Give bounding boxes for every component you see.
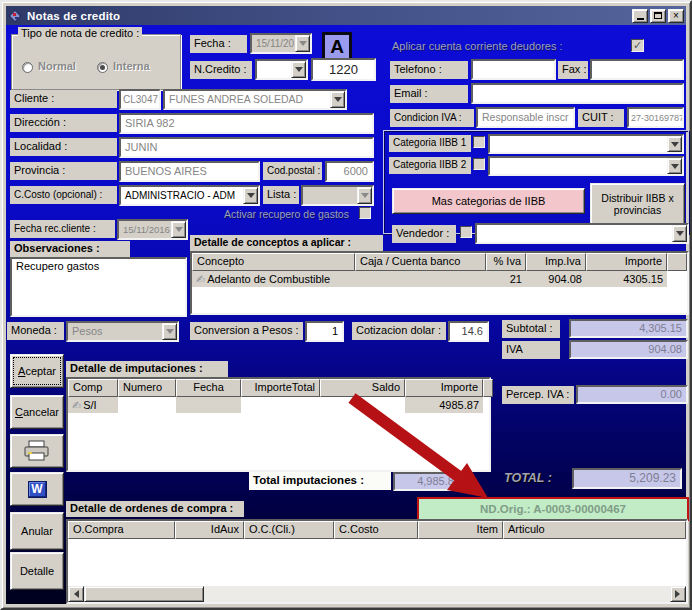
chevron-down-icon xyxy=(671,164,679,173)
column-header[interactable]: Importe xyxy=(586,253,667,271)
table-row[interactable]: ✍Adelanto de Combustible 21 904.08 4305.… xyxy=(192,271,687,287)
percep-iva-label: Percep. IVA : xyxy=(502,386,574,404)
ncredito-label: N.Credito : xyxy=(190,61,252,79)
vendedor-combobox[interactable] xyxy=(475,223,689,244)
detalle-button[interactable]: Detalle xyxy=(10,552,64,590)
provincia-field[interactable]: BUENOS AIRES xyxy=(119,161,260,182)
column-header[interactable]: Importe xyxy=(405,379,483,397)
aceptar-button[interactable]: Aceptar xyxy=(10,354,64,388)
iibb2-dropdown-button[interactable] xyxy=(667,158,682,174)
mas-categorias-button[interactable]: Mas categorias de IIBB xyxy=(392,188,585,214)
categoria-iibb2-combobox[interactable] xyxy=(488,156,684,176)
cod-postal-label: Cod.postal : xyxy=(263,162,322,180)
comp-cell: ✍S/I xyxy=(68,397,118,413)
cotizacion-field[interactable]: 14.6 xyxy=(448,321,489,342)
email-field[interactable] xyxy=(471,83,684,104)
distribuir-iibb-button[interactable]: Distribuir IIBB x provincias xyxy=(590,183,685,225)
conversion-field[interactable]: 1 xyxy=(305,321,344,342)
importe-cell: 4305.15 xyxy=(586,271,667,287)
moneda-label: Moneda : xyxy=(7,322,64,340)
fecha-rec-combobox[interactable]: 15/11/2016 xyxy=(117,219,188,240)
radio-interna[interactable] xyxy=(97,62,108,73)
iva-value: 904.08 xyxy=(569,340,688,359)
cod-postal-field[interactable]: 6000 xyxy=(325,161,374,182)
cliente-name-combobox[interactable]: FUNES ANDREA SOLEDAD xyxy=(163,89,347,110)
window-title: Notas de credito xyxy=(27,10,630,22)
observaciones-textarea[interactable]: Recupero gastos xyxy=(10,257,187,317)
vendedor-dropdown-button[interactable] xyxy=(672,225,687,242)
column-header[interactable]: Imp.Iva xyxy=(526,253,586,271)
column-header[interactable]: IdAux xyxy=(175,521,244,539)
condicion-iva-field[interactable]: Responsable inscr xyxy=(476,107,575,128)
cancelar-button[interactable]: Cancelar xyxy=(10,395,64,429)
column-header[interactable]: Caja / Cuenta banco xyxy=(355,253,486,271)
anular-button[interactable]: Anular xyxy=(10,512,64,550)
fecha-rec-dropdown-button[interactable] xyxy=(171,221,186,238)
chevron-down-icon xyxy=(299,41,307,50)
vendedor-checkbox[interactable] xyxy=(460,226,472,238)
column-header[interactable]: C.Costo xyxy=(334,521,418,539)
direccion-field[interactable]: SIRIA 982 xyxy=(119,113,374,134)
column-header[interactable]: Comp xyxy=(68,379,118,397)
ncredito-dropdown-button[interactable] xyxy=(291,61,306,78)
scroll-right-icon xyxy=(675,590,684,598)
horizontal-scrollbar[interactable] xyxy=(68,586,686,602)
scrollbar-thumb[interactable] xyxy=(84,586,204,602)
table-row[interactable]: ✍S/I 4985.87 xyxy=(68,397,489,413)
chevron-down-icon xyxy=(361,193,369,202)
ncredito-number-field[interactable]: 1220 xyxy=(311,58,376,81)
ccosto-dropdown-button[interactable] xyxy=(243,187,258,204)
iva-cell: 21 xyxy=(486,271,526,287)
cliente-label: Cliente : xyxy=(10,90,117,108)
scroll-right-button[interactable] xyxy=(670,586,686,602)
fecha-combobox[interactable]: 15/11/2016 xyxy=(250,33,312,54)
cliente-dropdown-button[interactable] xyxy=(330,91,345,108)
categoria-iibb1-checkbox[interactable] xyxy=(473,136,485,148)
maximize-button[interactable] xyxy=(650,9,666,23)
column-header[interactable]: Item xyxy=(418,521,503,539)
fecha-dropdown-button[interactable] xyxy=(295,35,310,52)
scrollbar-track[interactable] xyxy=(204,586,670,602)
radio-interna-label: Interna xyxy=(113,60,150,72)
iibb1-dropdown-button[interactable] xyxy=(667,136,682,152)
radio-selected-dot xyxy=(100,65,105,70)
total-value: 5,209.23 xyxy=(572,468,682,489)
column-header[interactable]: Numero xyxy=(118,379,176,397)
cliente-code-field[interactable]: CL3047 xyxy=(119,89,161,110)
column-header[interactable]: % Iva xyxy=(486,253,526,271)
word-export-button[interactable]: W xyxy=(10,472,64,506)
concepto-cell: ✍Adelanto de Combustible xyxy=(192,271,355,287)
print-button[interactable] xyxy=(10,434,64,468)
scroll-left-button[interactable] xyxy=(68,586,84,602)
column-header[interactable]: Articulo xyxy=(503,521,686,539)
localidad-field[interactable]: JUNIN xyxy=(119,137,374,158)
fax-field[interactable] xyxy=(590,59,684,80)
moneda-combobox[interactable]: Pesos xyxy=(66,321,179,342)
telefono-field[interactable] xyxy=(471,59,556,80)
aplicar-cc-checkbox[interactable]: ✓ xyxy=(631,39,644,52)
column-header[interactable]: O.C.(Cli.) xyxy=(244,521,334,539)
close-button[interactable]: × xyxy=(668,9,684,23)
column-header-filler xyxy=(667,253,687,271)
categoria-iibb1-combobox[interactable] xyxy=(488,134,684,154)
categoria-iibb2-checkbox[interactable] xyxy=(473,158,485,170)
column-header[interactable]: Concepto xyxy=(192,253,355,271)
lista-dropdown-button[interactable] xyxy=(357,187,372,204)
chevron-down-icon xyxy=(676,231,684,240)
activar-recupero-checkbox[interactable] xyxy=(359,207,371,219)
column-header[interactable]: Saldo xyxy=(320,379,405,397)
categoria-iibb2-label: Categoria IIBB 2 xyxy=(389,157,471,174)
word-icon: W xyxy=(28,481,47,498)
subtotal-value: 4,305.15 xyxy=(569,319,688,338)
moneda-dropdown-button[interactable] xyxy=(162,323,177,340)
column-header[interactable]: ImporteTotal xyxy=(241,379,320,397)
ccosto-combobox[interactable]: ADMINISTRACIO - ADM xyxy=(119,185,260,206)
column-header[interactable]: O.Compra xyxy=(68,521,175,539)
column-header[interactable]: Fecha xyxy=(176,379,241,397)
radio-normal[interactable] xyxy=(22,62,33,73)
lista-combobox[interactable] xyxy=(301,185,374,206)
ncredito-combobox[interactable] xyxy=(255,59,308,80)
minimize-button[interactable] xyxy=(632,9,648,23)
cuit-field[interactable]: 27-30169787-8 xyxy=(627,107,684,128)
provincia-label: Provincia : xyxy=(10,162,117,180)
